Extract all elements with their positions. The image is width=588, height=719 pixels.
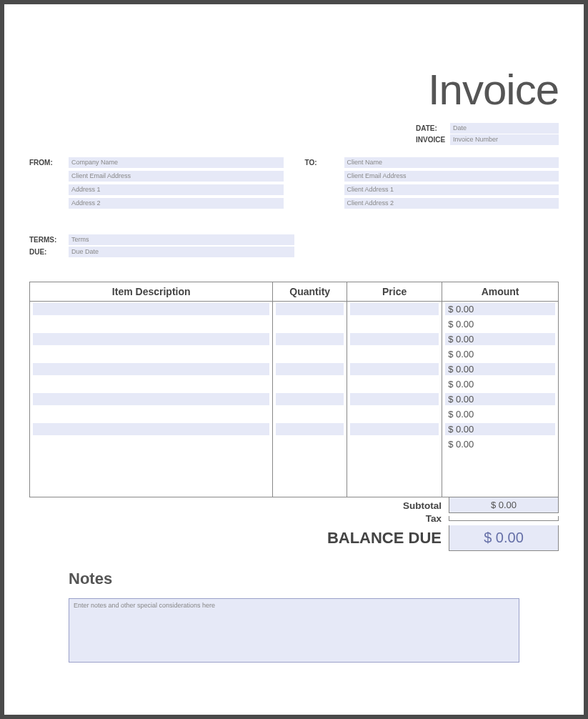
table-cell: $ 0.00 [442,302,559,317]
from-address2-input[interactable]: Address 2 [69,198,284,209]
invoice-number-input[interactable]: Invoice Number [450,134,559,145]
table-row: $ 0.00 [30,392,559,407]
page-title: Invoice [29,65,559,114]
to-label: TO: [305,157,344,212]
table-cell[interactable] [273,347,347,362]
table-row: $ 0.00 [30,377,559,392]
col-header-amount: Amount [442,282,559,302]
table-cell: $ 0.00 [442,317,559,332]
table-cell[interactable] [273,437,347,452]
table-cell: $ 0.00 [442,377,559,392]
col-header-description: Item Description [30,282,273,302]
tax-label: Tax [349,513,449,524]
table-cell[interactable] [347,392,442,407]
table-cell[interactable] [347,467,442,482]
due-date-input[interactable]: Due Date [69,247,294,257]
table-cell[interactable] [30,467,273,482]
table-cell[interactable] [347,347,442,362]
items-tbody: $ 0.00$ 0.00$ 0.00$ 0.00$ 0.00$ 0.00$ 0.… [30,302,559,497]
table-cell[interactable] [273,302,347,317]
table-cell[interactable] [273,467,347,482]
table-row: $ 0.00 [30,302,559,317]
table-cell[interactable] [273,362,347,377]
table-cell[interactable] [273,317,347,332]
table-cell: $ 0.00 [442,347,559,362]
table-cell[interactable] [347,317,442,332]
table-cell[interactable] [273,377,347,392]
table-cell[interactable] [347,362,442,377]
date-label: DATE: [416,124,450,132]
table-cell[interactable] [347,377,442,392]
table-row: $ 0.00 [30,437,559,452]
table-cell[interactable] [30,407,273,422]
terms-label: TERMS: [29,234,69,247]
table-cell[interactable] [273,422,347,437]
notes-textarea[interactable]: Enter notes and other special considerat… [69,598,519,663]
table-cell[interactable] [273,332,347,347]
address-section: FROM: Company Name Client Email Address … [29,157,559,212]
table-cell [442,452,559,467]
balance-due-label: BALANCE DUE [227,529,449,547]
table-cell [442,467,559,482]
table-cell[interactable] [30,437,273,452]
table-cell[interactable] [347,332,442,347]
table-cell[interactable] [30,332,273,347]
table-cell: $ 0.00 [442,392,559,407]
table-row [30,467,559,482]
table-cell[interactable] [30,482,273,497]
table-cell[interactable] [347,302,442,317]
table-cell[interactable] [347,407,442,422]
table-cell[interactable] [347,437,442,452]
table-cell[interactable] [30,362,273,377]
tax-value[interactable] [449,516,559,521]
table-cell[interactable] [30,347,273,362]
notes-heading: Notes [69,570,559,588]
to-address1-input[interactable]: Client Address 1 [344,184,559,195]
table-cell[interactable] [347,482,442,497]
terms-section: TERMS: DUE: Terms Due Date [29,234,294,259]
table-cell[interactable] [30,452,273,467]
subtotal-value: $ 0.00 [449,497,559,513]
table-cell[interactable] [30,422,273,437]
from-label: FROM: [29,157,69,212]
table-row: $ 0.00 [30,362,559,377]
table-cell[interactable] [273,452,347,467]
table-row [30,452,559,467]
subtotal-label: Subtotal [349,500,449,511]
table-row [30,482,559,497]
table-cell[interactable] [30,302,273,317]
to-email-input[interactable]: Client Email Address [344,171,559,182]
table-cell[interactable] [30,377,273,392]
from-email-input[interactable]: Client Email Address [69,171,284,182]
table-cell[interactable] [347,422,442,437]
table-row: $ 0.00 [30,317,559,332]
table-row: $ 0.00 [30,407,559,422]
table-cell[interactable] [347,452,442,467]
table-cell[interactable] [30,392,273,407]
col-header-price: Price [347,282,442,302]
to-name-input[interactable]: Client Name [344,157,559,168]
table-row: $ 0.00 [30,422,559,437]
totals-section: Subtotal $ 0.00 Tax BALANCE DUE $ 0.00 [29,497,559,551]
table-cell: $ 0.00 [442,407,559,422]
table-cell: $ 0.00 [442,437,559,452]
invoice-page: Invoice DATE: Date INVOICE Invoice Numbe… [4,4,584,715]
terms-input[interactable]: Terms [69,234,294,245]
table-cell: $ 0.00 [442,422,559,437]
table-cell: $ 0.00 [442,362,559,377]
invoice-number-label: INVOICE [416,136,450,144]
table-cell[interactable] [273,482,347,497]
col-header-quantity: Quantity [273,282,347,302]
table-cell [442,482,559,497]
invoice-meta: DATE: Date INVOICE Invoice Number [416,123,559,146]
items-table: Item Description Quantity Price Amount $… [29,282,559,497]
date-input[interactable]: Date [450,123,559,134]
table-row: $ 0.00 [30,347,559,362]
from-company-input[interactable]: Company Name [69,157,284,168]
table-cell[interactable] [273,407,347,422]
from-address1-input[interactable]: Address 1 [69,184,284,195]
table-cell[interactable] [30,317,273,332]
due-label: DUE: [29,247,69,259]
table-cell[interactable] [273,392,347,407]
to-address2-input[interactable]: Client Address 2 [344,198,559,209]
